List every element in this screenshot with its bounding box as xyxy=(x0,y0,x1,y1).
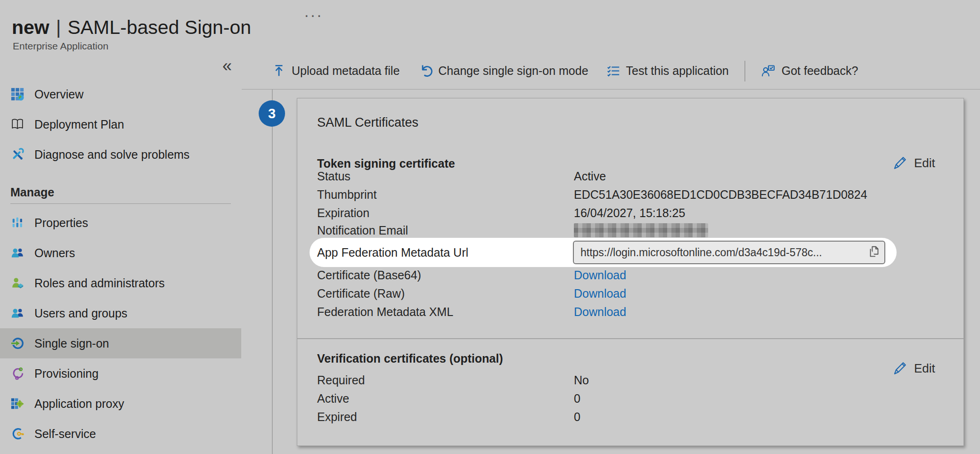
row-label: Certificate (Base64) xyxy=(317,268,574,282)
app-name: new xyxy=(12,16,49,38)
toolbar-item-label: Upload metadata file xyxy=(292,64,400,78)
change-sso-mode-button[interactable]: Change single sign-on mode xyxy=(408,64,597,79)
verification-certificates-heading: Verification certificates (optional) xyxy=(317,352,503,365)
sidebar-item-label: Properties xyxy=(34,216,88,230)
sidebar-item-label: Deployment Plan xyxy=(34,118,124,131)
title-separator: | xyxy=(56,16,61,38)
command-bar: Upload metadata file Change single sign-… xyxy=(242,53,980,89)
sidebar-item-label: Application proxy xyxy=(34,397,124,411)
row-value: No xyxy=(574,373,589,387)
copy-url-button[interactable] xyxy=(866,245,882,260)
blade-title: SAML-based Sign-on xyxy=(67,16,251,38)
row-label: Active xyxy=(317,392,574,405)
row-label: Required xyxy=(317,373,574,387)
status-row: Status Active xyxy=(317,169,606,183)
sidebar-item-label: Owners xyxy=(34,246,75,260)
expiration-row: Expiration 16/04/2027, 15:18:25 xyxy=(317,206,685,220)
application-proxy-icon xyxy=(10,397,24,411)
sidebar-item-self-service[interactable]: Self-service xyxy=(0,419,241,449)
sidebar-item-application-proxy[interactable]: Application proxy xyxy=(0,389,241,419)
sidebar-item-properties[interactable]: Properties xyxy=(0,208,241,238)
row-label: Federation Metadata XML xyxy=(317,305,574,319)
sidebar-item-label: Users and groups xyxy=(34,307,127,320)
sidebar-collapse-button[interactable]: « xyxy=(222,56,232,76)
certificate-raw-row: Certificate (Raw) Download xyxy=(317,286,626,300)
toolbar-item-label: Got feedback? xyxy=(782,64,858,78)
sidebar-item-single-sign-on[interactable]: Single sign-on xyxy=(0,328,241,358)
metadata-url-input[interactable] xyxy=(573,241,885,264)
edit-label: Edit xyxy=(914,156,935,170)
sidebar: Overview Deployment Plan Diagnose and so… xyxy=(0,79,241,449)
copy-icon xyxy=(867,245,881,259)
manage-section-label: Manage xyxy=(0,182,241,203)
sidebar-divider xyxy=(272,89,273,454)
page-title: new|SAML-based Sign-on xyxy=(12,16,251,39)
sidebar-item-owners[interactable]: Owners xyxy=(0,238,241,268)
page-subtitle: Enterprise Application xyxy=(13,41,108,52)
edit-pencil-icon xyxy=(892,155,908,171)
sidebar-item-deployment-plan[interactable]: Deployment Plan xyxy=(0,109,241,139)
row-label: App Federation Metadata Url xyxy=(317,238,468,267)
row-value: EDC51A30E36068ED1CD0CDB3BECFAD34B71D0824 xyxy=(574,188,867,202)
sidebar-item-label: Self-service xyxy=(34,427,96,441)
row-value: Active xyxy=(574,170,606,183)
section-divider xyxy=(297,338,964,339)
download-federation-metadata-xml-link[interactable]: Download xyxy=(574,305,626,319)
upload-icon xyxy=(272,64,286,78)
edit-label: Edit xyxy=(914,361,935,376)
test-application-button[interactable]: Test this application xyxy=(597,64,738,78)
sidebar-item-diagnose[interactable]: Diagnose and solve problems xyxy=(0,139,241,170)
edit-token-certificate-button[interactable]: Edit xyxy=(892,155,935,171)
certificate-base64-row: Certificate (Base64) Download xyxy=(317,268,626,282)
feedback-icon xyxy=(761,64,776,79)
manage-section-divider xyxy=(10,203,231,204)
edit-verification-certificates-button[interactable]: Edit xyxy=(892,360,935,376)
active-row: Active 0 xyxy=(317,391,580,405)
row-value: 0 xyxy=(574,410,580,424)
row-label: Thumbprint xyxy=(317,188,574,202)
row-label: Certificate (Raw) xyxy=(317,287,574,300)
download-certificate-base64-link[interactable]: Download xyxy=(574,268,626,282)
sidebar-item-label: Provisioning xyxy=(34,367,98,381)
provisioning-icon xyxy=(10,366,24,381)
deployment-plan-icon xyxy=(10,117,24,131)
row-value: 16/04/2027, 15:18:25 xyxy=(574,206,685,220)
sidebar-item-overview[interactable]: Overview xyxy=(0,79,241,109)
row-label: Expiration xyxy=(317,206,574,220)
row-value: 0 xyxy=(574,392,580,405)
app-federation-metadata-url-field xyxy=(573,241,885,264)
test-checklist-icon xyxy=(606,64,621,78)
more-menu-icon[interactable]: ··· xyxy=(304,6,323,24)
notification-email-row: Notification Email xyxy=(317,223,708,237)
sidebar-item-label: Roles and administrators xyxy=(34,276,165,290)
saml-certificates-panel: SAML Certificates Token signing certific… xyxy=(297,98,964,446)
roles-icon xyxy=(10,276,24,290)
row-label: Notification Email xyxy=(317,224,574,237)
owners-icon xyxy=(10,246,24,260)
download-certificate-raw-link[interactable]: Download xyxy=(574,287,626,300)
sidebar-item-label: Overview xyxy=(34,88,83,101)
change-mode-icon xyxy=(417,64,433,79)
got-feedback-button[interactable]: Got feedback? xyxy=(752,64,867,79)
edit-pencil-icon xyxy=(892,360,908,376)
sidebar-item-label: Diagnose and solve problems xyxy=(34,148,189,162)
required-row: Required No xyxy=(317,373,589,387)
toolbar-separator xyxy=(744,61,745,81)
panel-title: SAML Certificates xyxy=(317,115,418,130)
sidebar-item-provisioning[interactable]: Provisioning xyxy=(0,358,241,389)
sidebar-item-users-and-groups[interactable]: Users and groups xyxy=(0,298,241,328)
sidebar-section-manage: Manage xyxy=(0,182,241,204)
page: new|SAML-based Sign-on ··· Enterprise Ap… xyxy=(0,0,980,454)
single-sign-on-icon xyxy=(10,336,24,350)
properties-icon xyxy=(10,216,24,230)
federation-metadata-xml-row: Federation Metadata XML Download xyxy=(317,305,626,319)
row-label: Status xyxy=(317,170,574,183)
overview-icon xyxy=(10,87,24,101)
sidebar-item-roles[interactable]: Roles and administrators xyxy=(0,268,241,298)
sidebar-item-label: Single sign-on xyxy=(34,337,109,350)
upload-metadata-file-button[interactable]: Upload metadata file xyxy=(263,64,408,78)
expired-row: Expired 0 xyxy=(317,410,580,424)
token-signing-certificate-heading: Token signing certificate xyxy=(317,157,455,170)
notification-email-redacted-value xyxy=(574,223,708,237)
users-groups-icon xyxy=(10,306,24,320)
